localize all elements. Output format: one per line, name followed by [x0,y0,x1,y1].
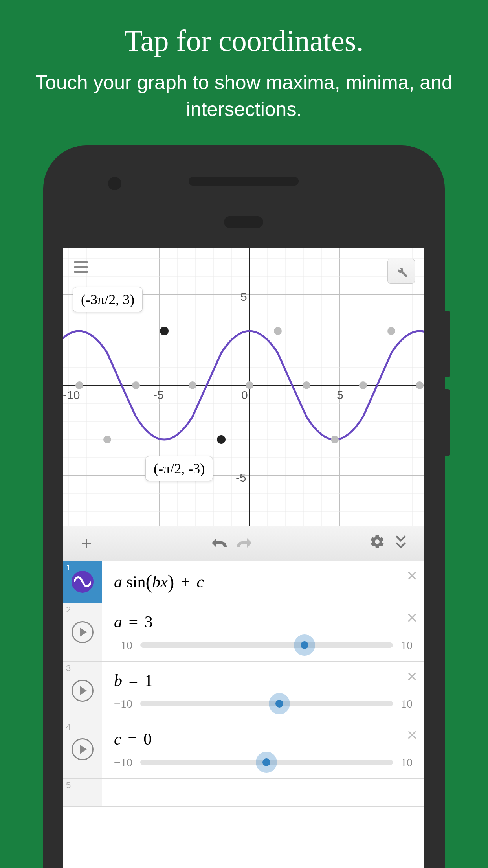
x-tick-0: 0 [241,388,248,402]
redo-button[interactable] [232,533,255,554]
svg-point-41 [416,381,424,389]
svg-point-40 [359,381,367,389]
svg-point-37 [132,381,140,389]
slider-b[interactable] [140,701,393,706]
coord-label-max[interactable]: (-3π/2, 3) [73,287,143,312]
svg-point-39 [303,381,310,389]
svg-point-45 [331,436,339,443]
collapse-icon[interactable] [389,533,413,554]
svg-point-42 [274,327,282,335]
slider-a[interactable] [140,642,393,648]
x-tick-neg10: -10 [63,388,80,402]
add-expression-button[interactable]: + [75,533,98,554]
app-screen: 5 -5 -10 -5 0 5 (-3π/2, 3) (-π/2, -3) + [63,248,424,868]
row-index: 4 [66,722,71,732]
slider-min[interactable]: −10 [114,756,132,769]
expression-formula[interactable]: a sin(bx) + c [114,570,413,593]
slider-max[interactable]: 10 [401,697,413,710]
slider-max[interactable]: 10 [401,756,413,769]
sine-icon[interactable] [72,571,94,593]
promo-subtitle: Touch your graph to show maxima, minima,… [0,58,488,123]
svg-point-38 [75,381,83,389]
menu-icon[interactable] [74,261,88,273]
svg-point-36 [189,381,196,389]
slider-variable-c[interactable]: c = 0 [114,730,413,748]
slider-variable-b[interactable]: b = 1 [114,671,413,690]
slider-min[interactable]: −10 [114,638,132,652]
settings-wrench-button[interactable] [387,259,415,284]
svg-point-35 [246,381,253,389]
expression-row-1[interactable]: 1 a sin(bx) + c × [63,561,424,603]
gear-icon[interactable] [365,534,389,553]
close-icon[interactable]: × [407,607,417,628]
x-tick-neg5: -5 [153,388,164,402]
row-index: 1 [66,563,71,573]
expression-toolbar: + [63,526,424,561]
slider-c[interactable] [140,760,393,765]
close-icon[interactable]: × [407,565,417,586]
close-icon[interactable]: × [407,724,417,745]
row-index: 2 [66,605,71,615]
promo-title: Tap for coordinates. [0,0,488,58]
play-icon[interactable] [72,680,94,702]
close-icon[interactable]: × [407,666,417,687]
slider-variable-a[interactable]: a = 3 [114,612,413,631]
expression-row-2[interactable]: 2 a = 3 × −10 10 [63,603,424,662]
slider-min[interactable]: −10 [114,697,132,710]
svg-point-44 [103,436,111,443]
y-tick-5: 5 [240,290,247,303]
undo-button[interactable] [208,533,232,554]
row-index: 5 [66,780,71,791]
expression-row-5[interactable]: 5 [63,779,424,807]
phone-frame: 5 -5 -10 -5 0 5 (-3π/2, 3) (-π/2, -3) + [43,145,445,868]
slider-max[interactable]: 10 [401,638,413,652]
expression-row-4[interactable]: 4 c = 0 × −10 10 [63,720,424,779]
coord-label-min[interactable]: (-π/2, -3) [145,456,213,481]
svg-point-46 [160,327,169,335]
y-tick-neg5: -5 [236,471,246,484]
expression-list: 1 a sin(bx) + c × 2 [63,561,424,807]
graph-canvas[interactable]: 5 -5 -10 -5 0 5 (-3π/2, 3) (-π/2, -3) [63,248,424,526]
svg-point-43 [387,327,395,335]
play-icon[interactable] [72,621,94,643]
row-index: 3 [66,663,71,673]
play-icon[interactable] [72,738,94,760]
x-tick-5: 5 [337,388,343,402]
svg-point-47 [217,435,226,444]
expression-row-3[interactable]: 3 b = 1 × −10 10 [63,662,424,720]
